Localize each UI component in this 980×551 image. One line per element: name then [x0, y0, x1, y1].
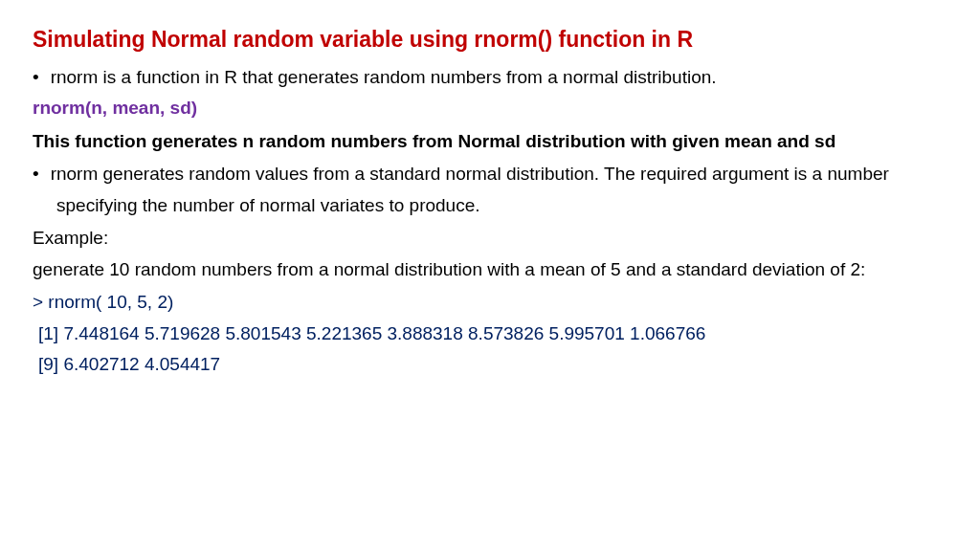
slide-title: Simulating Normal random variable using … [33, 23, 947, 56]
code-input: > rnorm( 10, 5, 2) [33, 289, 947, 317]
bullet-icon: • [33, 64, 39, 92]
bullet-item-2: • rnorm generates random values from a s… [33, 161, 947, 188]
code-output-1: [1] 7.448164 5.719628 5.801543 5.221365 … [33, 320, 947, 348]
function-description: This function generates n random numbers… [33, 128, 947, 156]
bullet-item-1: • rnorm is a function in R that generate… [33, 64, 947, 92]
bullet-text-1: rnorm is a function in R that generates … [51, 64, 947, 92]
bullet-icon: • [33, 161, 39, 188]
example-description: generate 10 random numbers from a normal… [33, 256, 947, 284]
code-output-2: [9] 6.402712 4.054417 [33, 351, 947, 379]
function-syntax: rnorm(n, mean, sd) [33, 95, 947, 122]
bullet-text-2b: specifying the number of normal variates… [33, 192, 947, 220]
bullet-text-2a: rnorm generates random values from a sta… [51, 161, 947, 188]
example-label: Example: [33, 225, 947, 253]
